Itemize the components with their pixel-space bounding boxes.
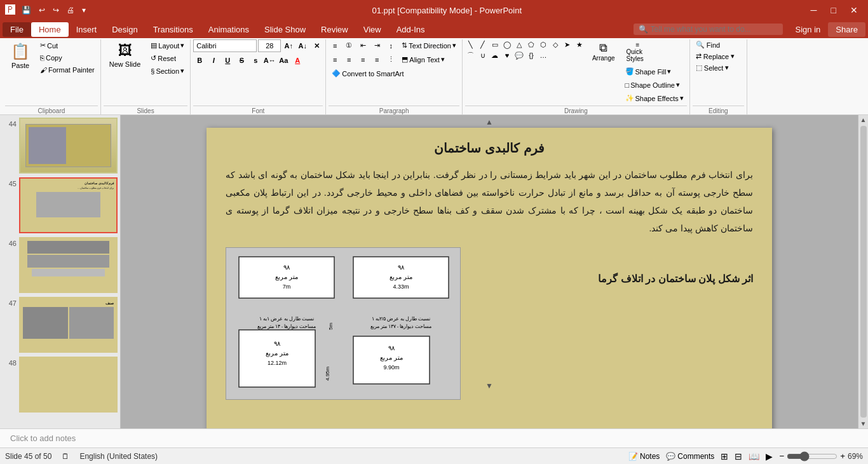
- menu-item-view[interactable]: View: [356, 22, 389, 37]
- menu-item-slideshow[interactable]: Slide Show: [257, 22, 313, 37]
- text-direction-button[interactable]: ⇅ Text Direction ▾: [398, 39, 459, 51]
- menu-item-insert[interactable]: Insert: [69, 22, 105, 37]
- slide-item-45[interactable]: 45 فرم کالبدی ساختمان برای انتخاب فرم مط…: [3, 177, 118, 233]
- replace-button[interactable]: ⇄ Replace ▾: [693, 51, 738, 62]
- shape-effects-button[interactable]: ✨ Shape Effects ▾: [622, 92, 687, 104]
- char-spacing-button[interactable]: A↔: [263, 54, 276, 67]
- zoom-slider[interactable]: [787, 451, 837, 461]
- save-button[interactable]: 💾: [19, 4, 34, 16]
- slide-panel[interactable]: 44 ★ 45 فرم کالبدی ساختمان برای انتخاب ف…: [0, 115, 121, 428]
- slide-thumb-45[interactable]: فرم کالبدی ساختمان برای انتخاب فرم مطلوب…: [19, 177, 118, 233]
- shape-more[interactable]: …: [538, 50, 549, 60]
- shape-diamond[interactable]: ◇: [550, 39, 561, 50]
- justify-button[interactable]: ≡: [370, 54, 383, 65]
- normal-view-button[interactable]: ⊞: [721, 451, 728, 461]
- align-left-button[interactable]: ≡: [329, 54, 341, 65]
- paste-button[interactable]: 📋 Paste: [5, 39, 36, 72]
- menu-item-review[interactable]: Review: [313, 22, 356, 37]
- columns-button[interactable]: ⋮: [384, 54, 397, 65]
- slide-show-button[interactable]: ▶: [766, 451, 773, 461]
- close-button[interactable]: ✕: [845, 4, 863, 17]
- search-input[interactable]: [651, 25, 778, 34]
- notes-button[interactable]: 📝 Notes: [628, 452, 660, 461]
- scroll-down-arrow[interactable]: ▼: [860, 420, 867, 427]
- font-size-input[interactable]: [258, 39, 281, 52]
- decrease-font-button[interactable]: A↓: [296, 39, 309, 52]
- font-name-input[interactable]: [193, 39, 257, 52]
- menu-item-file[interactable]: File: [3, 22, 31, 37]
- zoom-in-button[interactable]: +: [840, 451, 845, 461]
- strikethrough-button[interactable]: S: [235, 54, 248, 67]
- redo-button[interactable]: ↪: [50, 4, 62, 16]
- shape-circle[interactable]: ◯: [501, 39, 513, 50]
- sign-in-button[interactable]: Sign in: [788, 22, 829, 37]
- shape-hexagon[interactable]: ⬡: [538, 39, 549, 50]
- section-button[interactable]: § Section ▾: [147, 65, 187, 77]
- select-button[interactable]: ⬚ Select ▾: [693, 62, 738, 73]
- format-painter-button[interactable]: 🖌 Format Painter: [37, 64, 98, 76]
- menu-item-addins[interactable]: Add-Ins: [389, 22, 433, 37]
- zoom-out-button[interactable]: −: [779, 451, 784, 461]
- share-button[interactable]: Share: [828, 22, 865, 37]
- bold-button[interactable]: B: [193, 54, 206, 67]
- shape-rect[interactable]: ▭: [489, 39, 501, 50]
- line-spacing-button[interactable]: ↕: [384, 40, 397, 51]
- slide-thumb-48[interactable]: [19, 357, 118, 413]
- reset-button[interactable]: ↺ Reset: [147, 52, 187, 64]
- customize-button[interactable]: ▾: [79, 4, 88, 16]
- shape-cloud[interactable]: ☁: [489, 50, 501, 60]
- italic-button[interactable]: I: [207, 54, 220, 67]
- reading-view-button[interactable]: 📖: [749, 451, 759, 461]
- convert-smartart-button[interactable]: 🔷 Convert to SmartArt: [329, 67, 407, 79]
- shape-star[interactable]: ★: [574, 39, 585, 50]
- minimize-button[interactable]: ─: [806, 4, 822, 17]
- shape-outline-button[interactable]: □ Shape Outline ▾: [622, 79, 687, 91]
- notes-bar[interactable]: Click to add notes: [0, 428, 868, 447]
- shape-line[interactable]: ╲: [465, 39, 477, 50]
- bullet-list-button[interactable]: ≡: [329, 40, 341, 51]
- shape-line2[interactable]: ╱: [477, 39, 489, 50]
- align-center-button[interactable]: ≡: [342, 54, 355, 65]
- slide-thumb-44[interactable]: [19, 118, 118, 174]
- increase-font-button[interactable]: A↑: [282, 39, 295, 52]
- menu-item-home[interactable]: Home: [31, 22, 69, 37]
- scroll-up-button[interactable]: ▲: [485, 118, 493, 126]
- shape-curve[interactable]: ∪: [477, 50, 489, 60]
- align-text-button[interactable]: ⬒ Align Text ▾: [398, 53, 448, 65]
- slide-thumb-47[interactable]: صنف: [19, 297, 118, 353]
- quick-styles-button[interactable]: ≡ Quick Styles: [622, 39, 654, 64]
- shape-pentagon[interactable]: ⬠: [526, 39, 537, 50]
- right-scrollbar[interactable]: ▲ ▼: [858, 115, 868, 428]
- undo-button[interactable]: ↩: [36, 4, 48, 16]
- slide-item-47[interactable]: 47 صنف ★: [3, 297, 118, 353]
- case-button[interactable]: Aa: [277, 54, 290, 67]
- shape-fill-button[interactable]: 🪣 Shape Fill ▾: [622, 65, 687, 78]
- clear-format-button[interactable]: ✕: [310, 39, 323, 52]
- slide-thumb-46[interactable]: [19, 237, 118, 293]
- menu-item-transitions[interactable]: Transitions: [146, 22, 201, 37]
- shape-triangle[interactable]: △: [513, 39, 525, 50]
- slide-item-46[interactable]: 46 ★: [3, 237, 118, 293]
- menu-item-design[interactable]: Design: [104, 22, 145, 37]
- scroll-down-button[interactable]: ▼: [485, 381, 493, 390]
- shape-arrow[interactable]: ➤: [562, 39, 573, 50]
- shape-arc[interactable]: ⌒: [465, 50, 477, 60]
- cut-button[interactable]: ✂ Cut: [37, 39, 98, 51]
- shape-callout[interactable]: 💬: [513, 50, 525, 60]
- layout-button[interactable]: ▤ Layout ▾: [147, 39, 187, 51]
- new-slide-button[interactable]: 🖼 New Slide: [104, 39, 147, 71]
- align-right-button[interactable]: ≡: [356, 54, 369, 65]
- copy-button[interactable]: ⎘ Copy: [37, 52, 98, 64]
- scroll-up-arrow[interactable]: ▲: [860, 116, 867, 123]
- print-button[interactable]: 🖨: [64, 4, 77, 16]
- maximize-button[interactable]: □: [826, 4, 841, 17]
- underline-button[interactable]: U: [221, 54, 234, 67]
- shape-brace[interactable]: {}: [526, 50, 537, 60]
- font-color-button[interactable]: A: [291, 54, 304, 67]
- menu-item-animations[interactable]: Animations: [201, 22, 257, 37]
- arrange-button[interactable]: ⧉ Arrange: [588, 39, 620, 64]
- increase-indent-button[interactable]: ⇥: [370, 40, 383, 51]
- slide-sorter-button[interactable]: ⊟: [735, 451, 742, 461]
- comments-button[interactable]: 💬 Comments: [666, 452, 714, 461]
- slide-item-44[interactable]: 44 ★: [3, 118, 118, 174]
